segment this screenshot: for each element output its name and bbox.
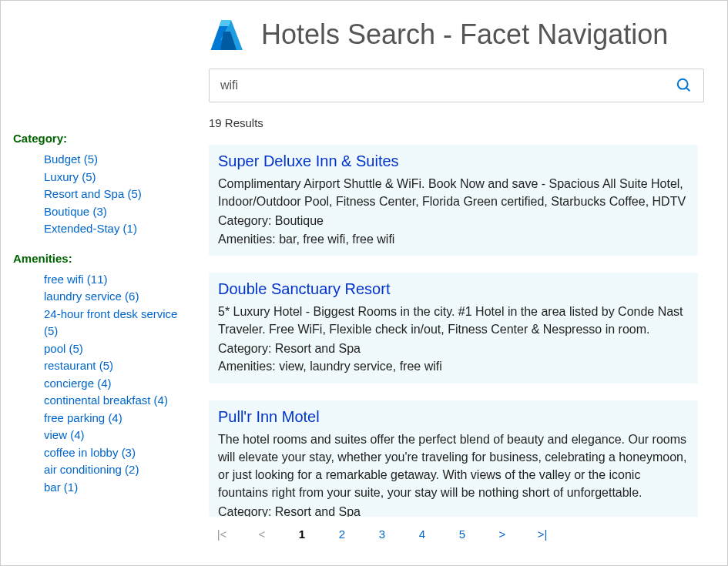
amenity-facet-item[interactable]: view (4)	[44, 427, 193, 444]
page-title: Hotels Search - Facet Navigation	[261, 18, 668, 51]
result-title-link[interactable]: Double Sanctuary Resort	[218, 280, 689, 298]
page-number-button[interactable]: 3	[377, 527, 387, 541]
result-amenities: Amenities: view, laundry service, free w…	[218, 357, 689, 375]
azure-logo-icon	[209, 16, 246, 53]
page-next-button[interactable]: >	[497, 527, 508, 541]
page-number-button[interactable]: 4	[417, 527, 428, 541]
category-facet-item[interactable]: Resort and Spa (5)	[44, 186, 193, 203]
main-content: Hotels Search - Facet Navigation 19 Resu…	[201, 1, 727, 565]
search-icon[interactable]	[676, 77, 693, 94]
results-list[interactable]: Super Deluxe Inn & SuitesComplimentary A…	[209, 145, 704, 517]
amenity-facet-item[interactable]: coffee in lobby (3)	[44, 444, 193, 462]
amenities-heading: Amenities:	[13, 252, 193, 265]
page-number-button[interactable]: 2	[337, 527, 347, 541]
pagination: |< < 12345 > >|	[209, 517, 704, 550]
page-prev-button[interactable]: <	[257, 527, 267, 541]
page-first-button[interactable]: |<	[216, 527, 227, 541]
amenity-facet-item[interactable]: continental breakfast (4)	[44, 392, 193, 410]
amenity-facet-item[interactable]: concierge (4)	[44, 375, 193, 393]
page-header: Hotels Search - Facet Navigation	[209, 16, 704, 53]
result-description: 5* Luxury Hotel - Biggest Rooms in the c…	[218, 303, 689, 338]
category-facet-item[interactable]: Boutique (3)	[44, 203, 193, 221]
search-box[interactable]	[209, 69, 704, 102]
amenities-list: free wifi (11)laundry service (6)24-hour…	[13, 271, 193, 497]
result-card: Pull'r Inn MotelThe hotel rooms and suit…	[209, 400, 698, 517]
page-last-button[interactable]: >|	[537, 527, 548, 541]
result-card: Double Sanctuary Resort5* Luxury Hotel -…	[209, 273, 698, 383]
amenity-facet-item[interactable]: bar (1)	[44, 479, 193, 497]
result-title-link[interactable]: Pull'r Inn Motel	[218, 408, 689, 426]
facet-sidebar: Category: Budget (5)Luxury (5)Resort and…	[1, 1, 201, 565]
category-list: Budget (5)Luxury (5)Resort and Spa (5)Bo…	[13, 151, 193, 238]
amenity-facet-item[interactable]: laundry service (6)	[44, 288, 193, 306]
result-amenities: Amenities: bar, free wifi, free wifi	[218, 230, 689, 248]
svg-point-0	[678, 79, 688, 89]
result-description: The hotel rooms and suites offer the per…	[218, 430, 689, 502]
category-facet-item[interactable]: Luxury (5)	[44, 169, 193, 186]
amenity-facet-item[interactable]: free parking (4)	[44, 410, 193, 427]
result-category: Category: Boutique	[218, 212, 689, 229]
search-input[interactable]	[220, 79, 676, 92]
result-title-link[interactable]: Super Deluxe Inn & Suites	[218, 152, 689, 170]
result-category: Category: Resort and Spa	[218, 503, 689, 517]
result-description: Complimentary Airport Shuttle & WiFi. Bo…	[218, 175, 689, 210]
page-number-button[interactable]: 5	[457, 527, 468, 541]
amenity-facet-item[interactable]: 24-hour front desk service (5)	[44, 306, 193, 340]
category-facet-item[interactable]: Budget (5)	[44, 151, 193, 169]
category-facet-item[interactable]: Extended-Stay (1)	[44, 220, 193, 238]
amenity-facet-item[interactable]: free wifi (11)	[44, 271, 193, 289]
amenity-facet-item[interactable]: pool (5)	[44, 340, 193, 358]
category-heading: Category:	[13, 132, 193, 145]
result-category: Category: Resort and Spa	[218, 340, 689, 357]
amenity-facet-item[interactable]: restaurant (5)	[44, 357, 193, 375]
result-card: Super Deluxe Inn & SuitesComplimentary A…	[209, 145, 698, 256]
svg-line-1	[686, 88, 690, 92]
amenity-facet-item[interactable]: air conditioning (2)	[44, 461, 193, 479]
results-count: 19 Results	[209, 116, 704, 129]
page-number-button[interactable]: 1	[297, 527, 307, 541]
